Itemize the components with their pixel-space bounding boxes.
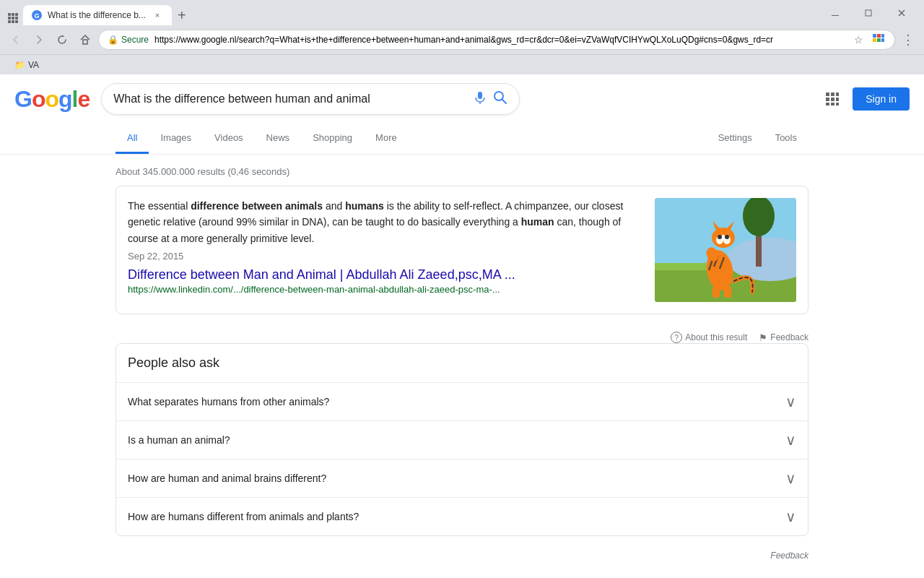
snippet-image-svg [655, 198, 796, 302]
svg-rect-30 [826, 98, 829, 101]
tab-videos[interactable]: Videos [203, 124, 255, 154]
svg-rect-16 [83, 40, 87, 44]
svg-line-26 [502, 99, 507, 103]
svg-rect-34 [831, 103, 834, 105]
extension-icon[interactable] [871, 33, 886, 47]
svg-text:G: G [34, 12, 39, 20]
close-button[interactable] [885, 0, 918, 25]
paa-item-2[interactable]: How are human and animal brains differen… [116, 459, 808, 497]
google-apps-icon[interactable] [821, 87, 844, 111]
tab-favicon: G [32, 10, 42, 20]
svg-rect-19 [881, 34, 884, 38]
svg-rect-3 [8, 17, 11, 20]
maximize-button[interactable] [852, 0, 885, 25]
chevron-down-icon-3: ∨ [785, 508, 796, 525]
bookmark-label: VA [28, 60, 39, 70]
tab-close-button[interactable]: × [152, 9, 163, 21]
bookmark-star-icon[interactable]: ☆ [851, 33, 866, 47]
window-controls [819, 0, 918, 25]
svg-point-52 [718, 235, 722, 239]
tab-more[interactable]: More [364, 124, 409, 154]
svg-rect-27 [826, 92, 829, 96]
paa-item-1[interactable]: Is a human an animal? ∨ [116, 420, 808, 459]
forward-button[interactable] [29, 30, 49, 50]
bookmark-va[interactable]: 📁 VA [9, 59, 45, 72]
tab-tools[interactable]: Tools [764, 124, 808, 154]
search-bar-wrapper [101, 83, 520, 115]
svg-rect-28 [831, 92, 834, 96]
bottom-feedback-link[interactable]: Feedback [116, 548, 808, 566]
search-input[interactable] [113, 92, 467, 105]
svg-point-53 [725, 235, 729, 239]
chevron-down-icon-0: ∨ [785, 393, 796, 410]
secure-label: Secure [121, 35, 149, 45]
secure-badge: 🔒 Secure [108, 35, 149, 45]
bookmarks-bar: 📁 VA [0, 54, 924, 74]
google-logo: Google [14, 86, 90, 113]
svg-rect-23 [478, 92, 482, 99]
svg-rect-8 [15, 20, 18, 23]
sign-in-button[interactable]: Sign in [853, 87, 910, 111]
featured-snippet: The essential difference between animals… [116, 186, 808, 314]
header-right: Sign in [821, 87, 910, 111]
svg-rect-2 [15, 13, 18, 16]
back-button[interactable] [6, 30, 26, 50]
chevron-down-icon-2: ∨ [785, 470, 796, 487]
svg-rect-35 [836, 103, 839, 105]
tab-shopping[interactable]: Shopping [301, 124, 364, 154]
snippet-date: Sep 22, 2015 [128, 251, 643, 262]
svg-rect-55 [712, 286, 720, 298]
result-title-link[interactable]: Difference between Man and Animal | Abdu… [128, 267, 643, 282]
search-bar [101, 83, 520, 115]
search-tabs: All Images Videos News Shopping More Set… [0, 124, 924, 155]
svg-rect-20 [873, 38, 876, 42]
address-bar[interactable]: 🔒 Secure https://www.google.nl/search?q=… [98, 30, 895, 50]
home-button[interactable] [75, 30, 95, 50]
svg-point-51 [721, 235, 725, 241]
snippet-paragraph: The essential difference between animals… [128, 198, 643, 246]
minimize-button[interactable] [819, 0, 852, 25]
paa-question-0: What separates humans from other animals… [128, 396, 329, 407]
new-tab-button[interactable]: + [172, 5, 192, 25]
svg-rect-4 [12, 17, 14, 20]
refresh-button[interactable] [52, 30, 72, 50]
paa-question-2: How are human and animal brains differen… [128, 473, 326, 484]
results-count: About 345.000.000 results (0,46 seconds) [116, 160, 808, 186]
chrome-menu-button[interactable]: ⋮ [898, 30, 918, 50]
page-content: Google [0, 74, 924, 578]
tab-images[interactable]: Images [149, 124, 203, 154]
snippet-image [655, 198, 796, 302]
svg-rect-33 [826, 103, 829, 105]
paa-item-3[interactable]: How are humans different from animals an… [116, 497, 808, 535]
svg-marker-15 [62, 35, 64, 37]
svg-rect-32 [836, 98, 839, 101]
result-url: https://www.linkedin.com/.../difference-… [128, 284, 643, 295]
about-this-result-link[interactable]: ? About this result [671, 332, 747, 343]
svg-rect-7 [12, 20, 14, 23]
svg-rect-12 [866, 10, 871, 16]
apps-grid-icon[interactable] [6, 11, 20, 25]
tab-settings[interactable]: Settings [707, 124, 764, 154]
feedback-label: Feedback [770, 332, 808, 342]
active-tab[interactable]: G What is the difference b... × [23, 5, 172, 25]
chevron-down-icon-1: ∨ [785, 431, 796, 449]
paa-item-0[interactable]: What separates humans from other animals… [116, 382, 808, 420]
tab-title: What is the difference b... [48, 10, 146, 20]
url-display[interactable]: https://www.google.nl/search?q=What+is+t… [154, 35, 845, 45]
bookmark-folder-icon: 📁 [14, 60, 25, 70]
result-link-area: Difference between Man and Animal | Abdu… [128, 262, 643, 295]
svg-rect-22 [881, 38, 884, 42]
results-area: About 345.000.000 results (0,46 seconds)… [0, 155, 924, 578]
svg-rect-29 [836, 92, 839, 96]
svg-rect-5 [15, 17, 18, 20]
tab-all[interactable]: All [116, 124, 149, 154]
search-submit-icon[interactable] [493, 90, 507, 108]
tab-news[interactable]: News [255, 124, 302, 154]
svg-rect-56 [724, 286, 731, 298]
google-header: Google [0, 74, 924, 124]
microphone-icon[interactable] [473, 90, 487, 108]
feedback-link[interactable]: ⚑ Feedback [759, 332, 808, 343]
paa-question-3: How are humans different from animals an… [128, 511, 359, 522]
people-also-ask-section: People also ask What separates humans fr… [116, 343, 808, 536]
tab-bar: G What is the difference b... × + [6, 0, 816, 25]
